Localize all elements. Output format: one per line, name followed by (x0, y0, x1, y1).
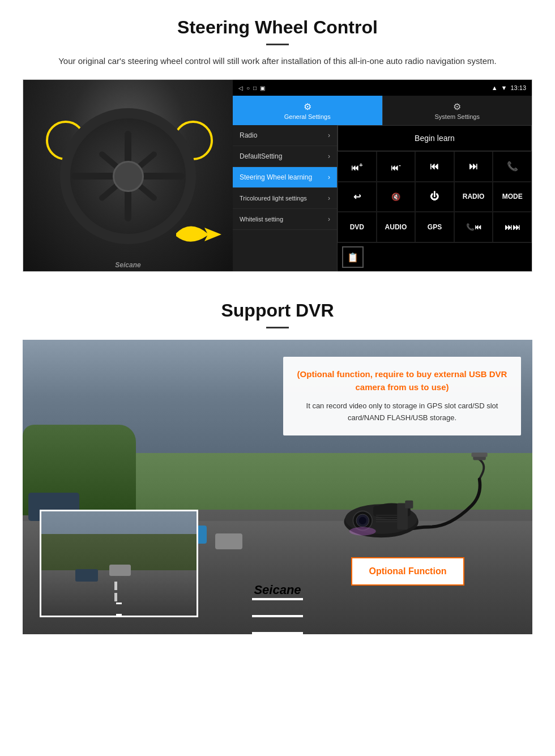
ctrl-vol-up[interactable]: ⏮+ (338, 151, 377, 182)
chevron-icon: › (328, 194, 330, 202)
status-nav-icons: ◁ ○ □ ▣ (238, 85, 265, 91)
ctrl-gps[interactable]: GPS (415, 212, 454, 242)
status-right-icons: ▲ ▼ 13:13 (492, 84, 526, 91)
ctrl-dvd[interactable]: DVD (338, 212, 377, 242)
ctrl-mute[interactable]: 🔇 (377, 182, 416, 212)
android-panel: ◁ ○ □ ▣ ▲ ▼ 13:13 ⚙ General Settings (233, 80, 532, 271)
steering-section: Steering Wheel Control Your original car… (0, 0, 555, 283)
ctrl-prev[interactable]: ⏮ (415, 151, 454, 182)
file-icon-button[interactable]: 📋 (342, 246, 364, 268)
dvr-section: Support DVR (0, 283, 555, 640)
menu-item-tricoloured[interactable]: Tricoloured light settings › (233, 188, 337, 209)
dvr-title-divider (266, 327, 289, 328)
ctrl-power[interactable]: ⏻ (415, 182, 454, 212)
seicane-brand-watermark: Seicane (254, 577, 301, 603)
tab-system-label: System Settings (435, 113, 480, 120)
dvr-description: It can record video only to storage in G… (294, 400, 510, 424)
android-status-bar: ◁ ○ □ ▣ ▲ ▼ 13:13 (233, 80, 532, 96)
menu-item-steering-wheel[interactable]: Steering Wheel learning › (233, 167, 337, 188)
ctrl-call[interactable]: 📞 (493, 151, 532, 182)
dvr-info-box: (Optional function, require to buy exter… (283, 357, 521, 435)
signal-icon: ▲ (492, 84, 498, 91)
ctrl-call-prev[interactable]: 📞⏮ (454, 212, 493, 242)
menu-icon[interactable]: ▣ (260, 85, 265, 91)
optional-function-button[interactable]: Optional Function (351, 557, 465, 586)
ctrl-hang-up[interactable]: ↩ (338, 182, 377, 212)
steering-composite: Seicane ◁ ○ □ ▣ ▲ ▼ 13:13 (23, 79, 532, 272)
dvr-title: Support DVR (23, 300, 532, 321)
dvr-info-column: (Optional function, require to buy exter… (283, 340, 532, 634)
android-content: Radio › DefaultSetting › Steering Wheel … (233, 125, 532, 271)
ctrl-mode[interactable]: MODE (493, 182, 532, 212)
wifi-icon: ▼ (501, 84, 507, 91)
ctrl-vol-down[interactable]: ⏮- (377, 151, 416, 182)
android-tabs: ⚙ General Settings ⚙ System Settings (233, 96, 532, 125)
controls-grid: ⏮+ ⏮- ⏮ ⏭ 📞 ↩ 🔇 ⏻ RADIO MODE DVD AUDIO G… (338, 151, 532, 242)
android-menu: Radio › DefaultSetting › Steering Wheel … (233, 125, 338, 271)
steering-title: Steering Wheel Control (23, 17, 532, 38)
system-icon: ⚙ (453, 101, 461, 112)
dvr-camera-area (283, 447, 532, 549)
dvr-small-road (41, 511, 197, 616)
steering-photo-inner: Seicane (23, 80, 233, 272)
chevron-icon: › (328, 215, 330, 223)
home-icon[interactable]: ○ (246, 85, 250, 91)
recents-icon[interactable]: □ (253, 85, 257, 91)
svg-rect-11 (405, 500, 413, 508)
menu-item-default-setting[interactable]: DefaultSetting › (233, 146, 337, 167)
steering-desc: Your original car's steering wheel contr… (57, 54, 498, 68)
dvr-optional-text: (Optional function, require to buy exter… (294, 368, 510, 394)
menu-item-whitelist[interactable]: Whitelist setting › (233, 209, 337, 230)
menu-item-radio[interactable]: Radio › (233, 125, 337, 146)
chevron-active-icon: › (328, 173, 330, 181)
chevron-icon: › (328, 152, 330, 160)
svg-point-7 (349, 527, 376, 535)
back-icon[interactable]: ◁ (238, 85, 243, 91)
svg-point-6 (359, 516, 366, 524)
seicane-photo-watermark: Seicane (115, 261, 140, 269)
tab-general-label: General Settings (284, 113, 331, 120)
ctrl-fast-forward[interactable]: ⏭⏭ (493, 212, 532, 242)
chevron-icon: › (328, 131, 330, 139)
begin-learn-button[interactable]: Begin learn (338, 125, 532, 151)
bottom-row: 📋 (338, 242, 532, 271)
ctrl-radio[interactable]: RADIO (454, 182, 493, 212)
dvr-small-image (40, 510, 198, 617)
dvr-photo-container: (Optional function, require to buy exter… (23, 340, 532, 634)
android-right-panel: Begin learn ⏮+ ⏮- ⏮ ⏭ 📞 ↩ 🔇 ⏻ RADIO MODE… (338, 125, 532, 271)
dvr-camera-illustration (323, 452, 493, 543)
ctrl-next[interactable]: ⏭ (454, 151, 493, 182)
tab-general-settings[interactable]: ⚙ General Settings (233, 96, 382, 125)
steering-photo: Seicane (23, 80, 233, 272)
steering-arrow (173, 216, 224, 255)
tab-system-settings[interactable]: ⚙ System Settings (382, 96, 532, 125)
svg-rect-1 (472, 452, 488, 457)
status-time: 13:13 (510, 84, 526, 91)
ctrl-audio[interactable]: AUDIO (377, 212, 416, 242)
settings-gear-icon: ⚙ (304, 101, 311, 112)
title-divider (266, 44, 289, 45)
